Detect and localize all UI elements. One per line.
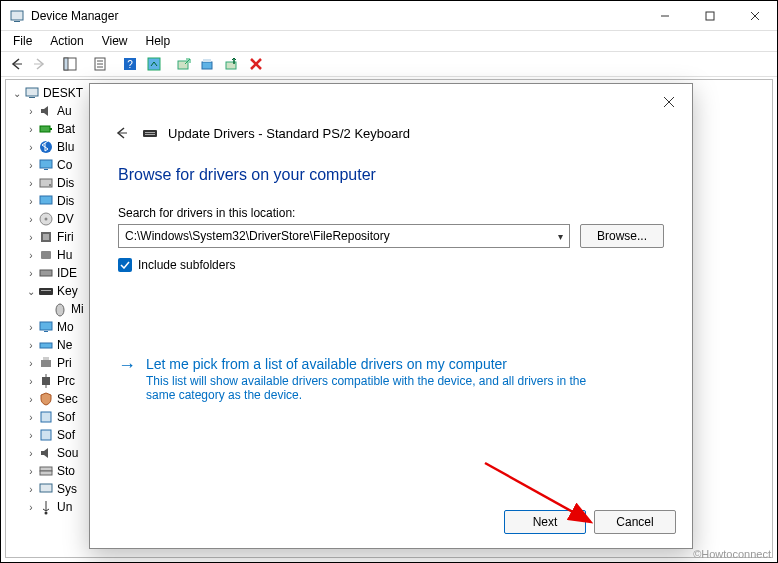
next-button[interactable]: Next — [504, 510, 586, 534]
svg-rect-54 — [40, 484, 52, 492]
processor-icon — [38, 373, 54, 389]
svg-rect-43 — [44, 331, 48, 332]
disable-button[interactable] — [221, 53, 243, 75]
svg-rect-61 — [145, 134, 155, 135]
watermark: ©Howtoconnect — [693, 548, 771, 560]
uninstall-button[interactable] — [197, 53, 219, 75]
pick-title: Let me pick from a list of available dri… — [146, 356, 507, 374]
caret-icon[interactable]: ⌄ — [24, 286, 38, 297]
caret-icon[interactable]: › — [24, 376, 38, 387]
system-icon — [38, 481, 54, 497]
svg-rect-18 — [202, 62, 212, 69]
svg-rect-29 — [44, 169, 48, 170]
svg-rect-16 — [148, 58, 160, 70]
pick-from-list-link[interactable]: → Let me pick from a list of available d… — [118, 356, 664, 374]
printer-icon — [38, 355, 54, 371]
svg-point-55 — [45, 512, 48, 515]
svg-rect-45 — [41, 360, 51, 367]
device-manager-window: Device Manager File Action View Help ? — [0, 0, 778, 563]
properties-button[interactable] — [89, 53, 111, 75]
menu-file[interactable]: File — [5, 32, 40, 50]
menu-action[interactable]: Action — [42, 32, 91, 50]
svg-text:?: ? — [127, 59, 133, 70]
maximize-button[interactable] — [687, 1, 732, 31]
svg-rect-52 — [40, 467, 52, 471]
caret-icon[interactable]: › — [24, 268, 38, 279]
svg-rect-47 — [42, 377, 50, 385]
caret-icon[interactable]: › — [24, 178, 38, 189]
menu-help[interactable]: Help — [138, 32, 179, 50]
tree-item-label: Ne — [57, 338, 72, 352]
caret-icon[interactable]: › — [24, 322, 38, 333]
svg-rect-37 — [41, 251, 51, 259]
dialog-body: Browse for drivers on your computer Sear… — [90, 150, 692, 402]
caret-icon[interactable]: › — [24, 484, 38, 495]
svg-rect-3 — [706, 12, 714, 20]
minimize-button[interactable] — [642, 1, 687, 31]
include-checkbox[interactable] — [118, 258, 132, 272]
show-hide-button[interactable] — [59, 53, 81, 75]
menu-view[interactable]: View — [94, 32, 136, 50]
caret-icon[interactable]: › — [24, 394, 38, 405]
caret-icon[interactable]: › — [24, 160, 38, 171]
dialog-heading: Browse for drivers on your computer — [118, 166, 664, 184]
arrow-right-icon: → — [118, 356, 136, 374]
path-value: C:\Windows\System32\DriverStore\FileRepo… — [125, 229, 390, 243]
usb-icon — [38, 499, 54, 515]
svg-rect-1 — [14, 21, 20, 22]
tree-item-label: Sec — [57, 392, 78, 406]
help-button[interactable]: ? — [119, 53, 141, 75]
caret-icon[interactable]: › — [24, 412, 38, 423]
svg-rect-40 — [41, 290, 51, 291]
caret-icon[interactable]: ⌄ — [10, 88, 24, 99]
software-icon — [38, 409, 54, 425]
search-label: Search for drivers in this location: — [118, 206, 664, 220]
caret-icon[interactable]: › — [24, 142, 38, 153]
caret-icon[interactable]: › — [24, 124, 38, 135]
storage-icon — [38, 463, 54, 479]
titlebar: Device Manager — [1, 1, 777, 31]
delete-button[interactable] — [245, 53, 267, 75]
caret-icon[interactable]: › — [24, 358, 38, 369]
dialog-back-button[interactable] — [110, 122, 132, 144]
caret-icon[interactable]: › — [24, 250, 38, 261]
keyboard-icon — [142, 125, 158, 141]
browse-button[interactable]: Browse... — [580, 224, 664, 248]
update-driver-button[interactable] — [173, 53, 195, 75]
caret-icon[interactable]: › — [24, 502, 38, 513]
tree-item-label: Hu — [57, 248, 72, 262]
svg-rect-28 — [40, 160, 52, 168]
svg-rect-38 — [40, 270, 52, 276]
tree-item-label: Pri — [57, 356, 72, 370]
tree-item-label: Dis — [57, 176, 74, 190]
tree-item-label: Blu — [57, 140, 74, 154]
svg-rect-26 — [50, 128, 52, 130]
tree-item-label: IDE — [57, 266, 77, 280]
svg-rect-42 — [40, 322, 52, 330]
caret-icon[interactable]: › — [24, 466, 38, 477]
audio-icon — [38, 103, 54, 119]
forward-button[interactable] — [29, 53, 51, 75]
path-combo[interactable]: C:\Windows\System32\DriverStore\FileRepo… — [118, 224, 570, 248]
svg-rect-53 — [40, 471, 52, 475]
caret-icon[interactable]: › — [24, 430, 38, 441]
back-button[interactable] — [5, 53, 27, 75]
caret-icon[interactable]: › — [24, 196, 38, 207]
monitor-icon — [38, 319, 54, 335]
battery-icon — [38, 121, 54, 137]
close-button[interactable] — [732, 1, 777, 31]
dialog-close-button[interactable] — [654, 90, 684, 114]
titlebar-left: Device Manager — [9, 8, 118, 24]
security-icon — [38, 391, 54, 407]
include-subfolders-row[interactable]: Include subfolders — [118, 258, 664, 272]
scan-button[interactable] — [143, 53, 165, 75]
caret-icon[interactable]: › — [24, 340, 38, 351]
caret-icon[interactable]: › — [24, 448, 38, 459]
menubar: File Action View Help — [1, 31, 777, 51]
cancel-button[interactable]: Cancel — [594, 510, 676, 534]
display-icon — [38, 193, 54, 209]
svg-rect-36 — [43, 234, 49, 240]
caret-icon[interactable]: › — [24, 232, 38, 243]
caret-icon[interactable]: › — [24, 214, 38, 225]
caret-icon[interactable]: › — [24, 106, 38, 117]
